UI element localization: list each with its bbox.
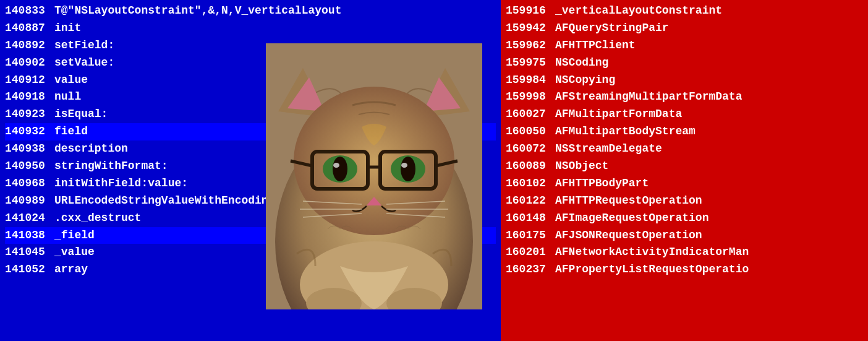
row-label: setValue: xyxy=(54,54,114,72)
row-label: AFHTTPClient xyxy=(555,37,636,54)
svg-point-14 xyxy=(333,163,339,168)
list-item: 159984NSCopying xyxy=(506,72,863,89)
row-num: 160201 xyxy=(506,244,555,261)
list-item: 160102AFHTTPBodyPart xyxy=(506,175,863,192)
row-num: 140932 xyxy=(5,123,54,140)
svg-point-17 xyxy=(401,163,407,168)
row-label: AFNetworkActivityIndicatorMan xyxy=(555,244,749,261)
row-label: AFMultipartFormData xyxy=(555,106,682,123)
row-label: AFQueryStringPair xyxy=(555,20,669,37)
row-label: description xyxy=(54,140,128,158)
list-item: 160050AFMultipartBodyStream xyxy=(506,123,863,140)
row-num: 141038 xyxy=(5,227,54,244)
row-label: NSStreamDelegate xyxy=(555,140,662,158)
right-top-label: _verticalLayoutConstraint xyxy=(555,2,722,20)
list-item: 160148AFImageRequestOperation xyxy=(506,210,863,227)
row-num: 140892 xyxy=(5,37,54,54)
row-num: 140887 xyxy=(5,20,54,37)
right-top-num: 159916 xyxy=(506,2,555,20)
row-num: 159962 xyxy=(506,37,555,54)
row-num: 160122 xyxy=(506,192,555,210)
row-label: null xyxy=(54,88,81,106)
svg-point-16 xyxy=(401,157,415,181)
row-num: 160027 xyxy=(506,106,555,123)
list-item: 160201AFNetworkActivityIndicatorMan xyxy=(506,244,863,261)
row-label: AFImageRequestOperation xyxy=(555,210,708,227)
row-label: AFStreamingMultipartFormData xyxy=(555,88,742,106)
row-num: 140950 xyxy=(5,158,54,175)
row-num: 160050 xyxy=(506,123,555,140)
svg-point-6 xyxy=(294,87,454,235)
row-num: 140918 xyxy=(5,88,54,106)
right-rows-container: 159942AFQueryStringPair159962AFHTTPClien… xyxy=(506,20,863,278)
list-item: 160027AFMultipartFormData xyxy=(506,106,863,123)
row-label: _value xyxy=(54,244,95,261)
list-item: 159962AFHTTPClient xyxy=(506,37,863,54)
row-num: 141052 xyxy=(5,261,54,278)
row-label: value xyxy=(54,72,88,89)
list-item: 159942AFQueryStringPair xyxy=(506,20,863,37)
row-label: setField: xyxy=(54,37,114,54)
row-num: 159998 xyxy=(506,88,555,106)
right-panel: 159916 _verticalLayoutConstraint 159942A… xyxy=(501,0,868,341)
row-label: init xyxy=(54,20,81,37)
row-label: _field xyxy=(54,227,95,244)
left-top-row: 140833 T@"NSLayoutConstraint",&,N,V_vert… xyxy=(5,2,496,20)
list-item: 160072NSStreamDelegate xyxy=(506,140,863,158)
row-label: AFMultipartBodyStream xyxy=(555,123,696,140)
row-num: 140938 xyxy=(5,140,54,158)
row-label: NSCopying xyxy=(555,72,615,89)
row-label: NSObject xyxy=(555,158,608,175)
list-item: 159975NSCoding xyxy=(506,54,863,72)
row-label: stringWithFormat: xyxy=(54,158,168,175)
row-num: 160089 xyxy=(506,158,555,175)
row-label: AFHTTPBodyPart xyxy=(555,175,649,192)
svg-point-13 xyxy=(333,157,347,181)
row-num: 160148 xyxy=(506,210,555,227)
row-num: 160175 xyxy=(506,227,555,244)
row-num: 159984 xyxy=(506,72,555,89)
row-num: 160072 xyxy=(506,140,555,158)
row-label: .cxx_destruct xyxy=(54,210,141,227)
list-item: 140887init xyxy=(5,20,496,37)
row-num: 141024 xyxy=(5,210,54,227)
list-item: 160089NSObject xyxy=(506,158,863,175)
row-num: 159942 xyxy=(506,20,555,37)
row-label: AFPropertyListRequestOperatio xyxy=(555,261,749,278)
list-item: 160237AFPropertyListRequestOperatio xyxy=(506,261,863,278)
row-num: 160102 xyxy=(506,175,555,192)
list-item: 160175AFJSONRequestOperation xyxy=(506,227,863,244)
row-label: AFJSONRequestOperation xyxy=(555,227,702,244)
row-label: field xyxy=(54,123,88,140)
row-num: 159975 xyxy=(506,54,555,72)
row-num: 141045 xyxy=(5,244,54,261)
left-top-label: T@"NSLayoutConstraint",&,N,V_verticalLay… xyxy=(54,2,341,20)
row-num: 160237 xyxy=(506,261,555,278)
cat-image xyxy=(266,43,482,309)
row-num: 140989 xyxy=(5,192,54,210)
row-label: initWithField:value: xyxy=(54,175,188,192)
left-top-num: 140833 xyxy=(5,2,54,20)
row-num: 140923 xyxy=(5,106,54,123)
list-item: 159998AFStreamingMultipartFormData xyxy=(506,88,863,106)
row-num: 140968 xyxy=(5,175,54,192)
row-label: array xyxy=(54,261,88,278)
row-label: NSCoding xyxy=(555,54,608,72)
row-label: URLEncodedStringValueWithEncoding: xyxy=(54,192,281,210)
row-label: isEqual: xyxy=(54,106,108,123)
row-num: 140912 xyxy=(5,72,54,89)
row-label: AFHTTPRequestOperation xyxy=(555,192,702,210)
left-panel: 140833 T@"NSLayoutConstraint",&,N,V_vert… xyxy=(0,0,501,341)
row-num: 140902 xyxy=(5,54,54,72)
list-item: 160122AFHTTPRequestOperation xyxy=(506,192,863,210)
right-top-row: 159916 _verticalLayoutConstraint xyxy=(506,2,863,20)
